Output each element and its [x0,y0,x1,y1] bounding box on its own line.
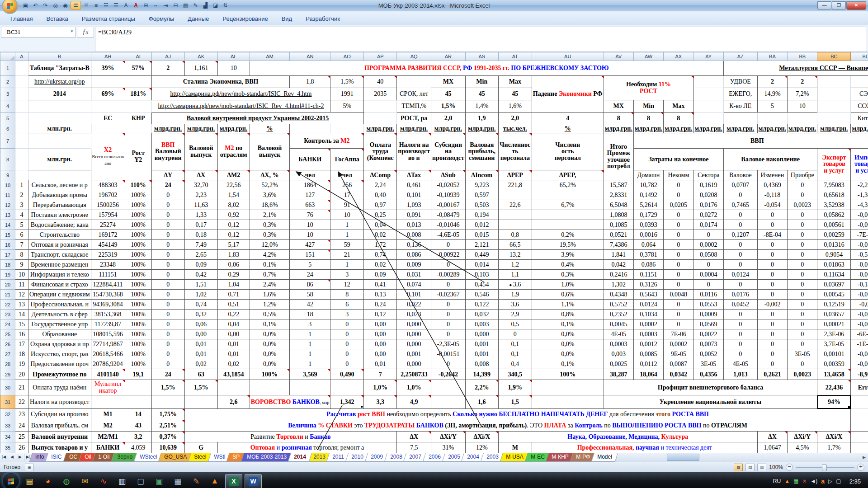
cell-AR21[interactable]: -0,02367 [431,290,466,300]
cell-AK21[interactable]: 1,02 [184,290,217,300]
cell-BA28[interactable]: 0 [757,359,787,369]
ribbon-tab-Вставка[interactable]: Вставка [39,13,75,25]
cell-AP29[interactable]: 7 [364,369,397,380]
row-header-8[interactable]: 8 [0,149,15,170]
minimize-button[interactable]: — [817,1,831,10]
paragraph-icon[interactable]: ☰ [71,1,81,10]
cell-AQ12[interactable]: 1,093 [397,200,431,210]
cell-AO24[interactable]: 0 [330,319,364,329]
cell-AN18[interactable]: 5 [290,260,330,270]
row-header-21[interactable]: 21 [0,290,15,300]
cell-AI5[interactable]: КНР [125,113,151,124]
row-header-2[interactable]: 2 [0,76,15,88]
column-header-AR[interactable]: AR [431,52,466,61]
cell-AH27[interactable]: 20618,5466 [91,349,125,359]
cell-AZ29[interactable]: 1,013 [723,369,757,380]
cell-B10[interactable]: Сельское, лесное и р [28,180,91,190]
row-header-31[interactable]: 31 [0,395,15,409]
cell-AZ1[interactable]: Металлургия СССР — Википеди [723,61,868,76]
cell-AW18[interactable]: 0,086 [633,260,663,270]
cell-BD6[interactable]: млрд.грн. [851,124,868,133]
cell-AQ28[interactable]: 0,000 [397,359,431,369]
cell-AS30[interactable]: 2,2% [465,380,498,395]
cell-BA2[interactable]: 2 [757,76,787,88]
cell-AQ24[interactable]: 0,000 [397,319,431,329]
row-header-32[interactable]: 32 [0,409,15,420]
cell-AL14[interactable]: 0,12 [217,220,250,230]
cell-AZ28[interactable]: 4E-05 [723,359,757,369]
cell-BD20[interactable]: -0,141 [851,280,868,290]
cell-AP19[interactable]: 0,09 [364,270,397,280]
cell-AW13[interactable]: 0,1729 [633,210,663,220]
cell-AJ15[interactable]: 0 [151,230,184,240]
column-header-AJ[interactable]: AJ [151,52,184,61]
cell-AM28[interactable]: 0,0% [250,359,290,369]
cell-BC30[interactable]: 22,436 [817,380,851,395]
cell-BB18[interactable]: 0 [788,260,817,270]
cell-AX10[interactable]: 0 [664,180,693,190]
cell-AM9[interactable]: ΔХ, % [250,170,290,180]
cell-BA25[interactable]: 0 [757,329,787,339]
tray-blocked-icon[interactable]: ✕ [802,479,807,484]
cell-AV19[interactable]: 0,2416 [604,270,633,280]
cell-AZ12[interactable]: 0,7465 [723,200,757,210]
cell-AT27[interactable]: 0,1 [498,349,532,359]
signature-icon[interactable]: ✎ [191,1,200,9]
cell-AI11[interactable]: 100% [125,190,151,200]
taskbar-excel-icon[interactable]: X [225,474,242,488]
cell-AS18[interactable]: 0,014 [465,260,498,270]
merge-icon[interactable]: ⇔ [151,1,160,9]
cell-AP6[interactable]: млрд.грн. [364,124,397,133]
cell-BD26[interactable]: -1E-04 [851,339,868,349]
cell-A22[interactable]: 13 [15,300,28,310]
cell-AM24[interactable]: 0,1% [250,319,290,329]
language-indicator[interactable]: RU [773,478,781,484]
sort-icon[interactable]: ⇅ [221,1,230,9]
column-header-AY[interactable]: AY [693,52,723,61]
cell-A8[interactable] [15,149,28,170]
cell-BD34[interactable]: МОБ эффек [851,432,868,442]
cell-AN11[interactable]: 127 [290,190,330,200]
cell-AJ11[interactable]: 0 [151,190,184,200]
taskbar-mail-icon[interactable]: ✉ [77,474,93,488]
cell-AI2[interactable] [125,76,151,88]
cell-AN29[interactable]: 3,569 [290,369,330,380]
cell-BD18[interactable]: -0,055 [851,260,868,270]
cell-AN20[interactable]: 86 [290,280,330,290]
ribbon-tab-Данные[interactable]: Данные [181,13,216,25]
cell-BB27[interactable]: 3E-05 [788,349,817,359]
cell-AN10[interactable]: 1864 [290,180,330,190]
cell-BC12[interactable]: 3,52938 [817,200,851,210]
cell-BB12[interactable]: 0,0023 [788,200,817,210]
align-left-icon[interactable]: ≡ [91,1,101,9]
cell-AJ28[interactable]: 0 [151,359,184,369]
cell-AN9[interactable]: чел [290,170,330,180]
cell-AP27[interactable]: 0,00 [364,349,397,359]
cell-AM10[interactable]: 52,2% [250,180,290,190]
cell-BD24[interactable]: -0,002 [851,319,868,329]
cell-BD22[interactable]: -0,07 [851,300,868,310]
cell-AJ14[interactable]: 0 [151,220,184,230]
cell-AJ19[interactable]: 0 [151,270,184,280]
cell-BD32[interactable]: Космо-ноос [851,409,868,420]
cell-AR18[interactable]: 0 [431,260,466,270]
cell-AJ16[interactable]: 0 [151,240,184,250]
cell-AI30[interactable] [125,380,151,395]
cell-A14[interactable]: 5 [15,220,28,230]
cell-AV16[interactable]: 7,4386 [604,240,633,250]
cell-AR29[interactable]: -0,2642 [431,369,466,380]
row-header-19[interactable]: 19 [0,270,15,280]
cell-AQ2[interactable] [397,76,431,88]
row-header-16[interactable]: 16 [0,240,15,250]
cell-BA18[interactable]: 0 [757,260,787,270]
cell-AM16[interactable]: 12,0% [250,240,290,250]
cell-BC4[interactable] [817,100,851,113]
row-header-10[interactable]: 10 [0,180,15,190]
cell-AI23[interactable]: 100% [125,310,151,319]
cell-B4[interactable] [28,100,91,113]
maximize-button[interactable]: ❐ [832,1,846,10]
cell-BC15[interactable]: 0,00259 [817,230,851,240]
cell-AL31[interactable]: 2,6 [217,395,250,409]
cell-AW25[interactable]: 0,0003 [633,329,663,339]
cell-AV25[interactable]: 4E-05 [604,329,633,339]
